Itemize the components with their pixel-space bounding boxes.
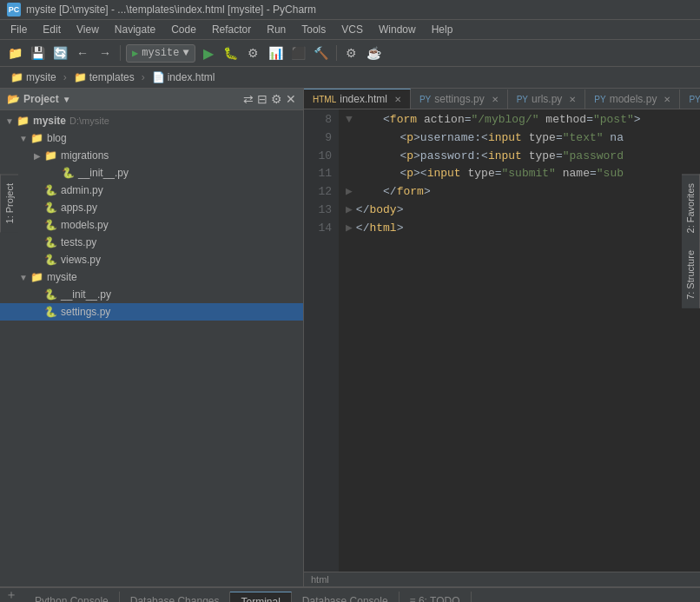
sdk-btn[interactable]: ☕ <box>365 43 384 63</box>
menu-item-file[interactable]: File <box>3 22 34 37</box>
build-btn[interactable]: 🔨 <box>312 43 331 63</box>
tree-root-mysite[interactable]: ▼ 📁 mysite D:\mysite <box>0 112 303 129</box>
tree-migrations-folder[interactable]: ▶ 📁 migrations <box>0 147 303 164</box>
tab-modelspy[interactable]: PY models.py ✕ <box>585 89 680 109</box>
tab-todo[interactable]: ≡ 6: TODO <box>400 592 472 602</box>
terminal-label: Terminal <box>241 596 280 603</box>
admin-label: admin.py <box>61 184 103 196</box>
sync-btn[interactable]: ⇄ <box>243 92 254 106</box>
tab-icon-views-tab: PY <box>689 95 700 104</box>
close-panel-btn[interactable]: ✕ <box>286 92 296 106</box>
tab-indexhtml[interactable]: HTML index.html ✕ <box>304 89 411 109</box>
menu-item-tools[interactable]: Tools <box>294 22 333 37</box>
tab-db-console[interactable]: Database Console <box>292 592 400 602</box>
line-num-10: 10 <box>311 148 332 166</box>
side-label-favorites[interactable]: 2: Favorites <box>682 174 700 241</box>
editor-tabs: HTML index.html ✕ PY settings.py ✕ PY ur… <box>304 89 700 109</box>
py-icon-apps: 🐍 <box>43 201 57 215</box>
debug-btn[interactable]: 🐛 <box>221 43 241 63</box>
breadcrumb-mysite[interactable]: 📁 mysite <box>5 69 62 85</box>
html-file-icon: 📄 <box>152 71 165 83</box>
py-icon-settings: 🐍 <box>43 305 57 319</box>
line-num-9: 9 <box>311 129 332 148</box>
arrow-migrations: ▶ <box>31 151 43 161</box>
apps-label: apps.py <box>61 202 97 214</box>
side-label-structure[interactable]: 7: Structure <box>682 241 700 308</box>
profile-btn[interactable]: 📊 <box>267 43 286 63</box>
py-icon-mysite-init: 🐍 <box>43 288 57 301</box>
tree-blog-folder[interactable]: ▼ 📁 blog <box>0 129 303 147</box>
line-num-11: 11 <box>311 165 332 183</box>
breadcrumb-indexhtml-label: index.html <box>168 71 215 83</box>
menu-bar: FileEditViewNavigateCodeRefactorRunTools… <box>0 20 700 40</box>
run-config-dropdown[interactable]: ▶ mysite ▼ <box>126 44 195 63</box>
menu-item-view[interactable]: View <box>69 22 106 37</box>
tree-models-py[interactable]: 🐍 models.py <box>0 216 303 234</box>
tab-close-indexhtml[interactable]: ✕ <box>394 95 401 104</box>
settings-panel-btn[interactable]: ⚙ <box>271 92 282 106</box>
settings-btn[interactable]: ⚙ <box>342 43 361 63</box>
tab-close-models[interactable]: ✕ <box>664 95 670 104</box>
breadcrumb-templates[interactable]: 📁 templates <box>69 69 140 85</box>
menu-item-run[interactable]: Run <box>260 22 293 37</box>
menu-item-refactor[interactable]: Refactor <box>205 22 258 37</box>
menu-item-code[interactable]: Code <box>164 22 203 37</box>
blog-label: blog <box>47 132 67 144</box>
run-btn[interactable]: ▶ <box>199 43 218 63</box>
tab-icon-urls: PY <box>517 95 528 104</box>
separator-1 <box>120 45 121 61</box>
tab-python-console[interactable]: Python Console <box>24 592 120 602</box>
menu-item-window[interactable]: Window <box>372 22 423 37</box>
tests-label: tests.py <box>61 236 96 248</box>
tree-views-py[interactable]: 🐍 views.py <box>0 251 303 268</box>
tree-mysite-folder[interactable]: ▼ 📁 mysite <box>0 268 303 286</box>
py-icon-blog-init: 🐍 <box>61 166 75 180</box>
tab-terminal[interactable]: Terminal <box>230 592 291 603</box>
tab-db-changes[interactable]: Database Changes <box>120 592 231 602</box>
line-num-12: 12 <box>311 183 332 202</box>
editor-status: html <box>304 572 700 586</box>
menu-item-edit[interactable]: Edit <box>36 22 68 37</box>
views-label: views.py <box>61 254 101 266</box>
code-content[interactable]: ▼ <form action="/myblog/" method="post">… <box>339 109 700 572</box>
models-label: models.py <box>61 219 109 231</box>
menu-item-navigate[interactable]: Navigate <box>108 22 162 37</box>
collapse-all-btn[interactable]: ⊟ <box>257 92 267 106</box>
tab-icon-indexhtml: HTML <box>313 95 336 104</box>
tab-close-urls[interactable]: ✕ <box>569 95 576 104</box>
back-btn[interactable]: ← <box>73 43 92 63</box>
tree-blog-init[interactable]: 🐍 __init__.py <box>0 164 303 182</box>
stop-btn[interactable]: ⬛ <box>289 43 308 63</box>
tab-settingspy[interactable]: PY settings.py ✕ <box>411 89 508 109</box>
tab-close-settings[interactable]: ✕ <box>492 95 499 104</box>
tree-admin-py[interactable]: 🐍 admin.py <box>0 182 303 199</box>
coverage-btn[interactable]: ⚙ <box>244 43 263 63</box>
tree-settings-py[interactable]: 🐍 settings.py <box>0 303 303 321</box>
code-editor[interactable]: 8 9 10 11 12 13 14 ▼ <form action="/mybl… <box>304 109 700 572</box>
forward-btn[interactable]: → <box>96 43 115 63</box>
tree-apps-py[interactable]: 🐍 apps.py <box>0 199 303 216</box>
tab-viewspy[interactable]: PY views.py ✕ <box>680 89 700 109</box>
save-btn[interactable]: 💾 <box>28 43 47 63</box>
separator-2 <box>336 45 337 61</box>
tree-tests-py[interactable]: 🐍 tests.py <box>0 234 303 251</box>
breadcrumb-mysite-label: mysite <box>26 71 56 83</box>
tree-mysite-init[interactable]: 🐍 __init__.py <box>0 286 303 303</box>
tab-label-settings: settings.py <box>434 93 484 105</box>
menu-item-help[interactable]: Help <box>425 22 460 37</box>
folder-icon-migrations: 📁 <box>43 149 57 162</box>
add-tab-btn[interactable]: ＋ <box>5 588 17 600</box>
sep1: › <box>63 71 67 83</box>
folder-icon-mysite: 📁 <box>30 270 43 284</box>
project-dropdown[interactable]: ▼ <box>63 95 71 104</box>
project-icon: 📂 <box>7 93 20 105</box>
menu-item-vcs[interactable]: VCS <box>334 22 370 37</box>
file-tree: ▼ 📁 mysite D:\mysite ▼ 📁 blog ▶ 📁 migrat… <box>0 110 303 586</box>
breadcrumb-indexhtml[interactable]: 📄 index.html <box>147 69 221 85</box>
toolbar: 📁 💾 🔄 ← → ▶ mysite ▼ ▶ 🐛 ⚙ 📊 ⬛ 🔨 ⚙ ☕ <box>0 40 700 67</box>
editor-area: HTML index.html ✕ PY settings.py ✕ PY ur… <box>304 89 700 586</box>
refresh-btn[interactable]: 🔄 <box>50 43 69 63</box>
open-btn[interactable]: 📁 <box>5 43 24 63</box>
side-label-project[interactable]: 1: Project <box>0 174 18 232</box>
tab-urlspy[interactable]: PY urls.py ✕ <box>508 89 586 109</box>
